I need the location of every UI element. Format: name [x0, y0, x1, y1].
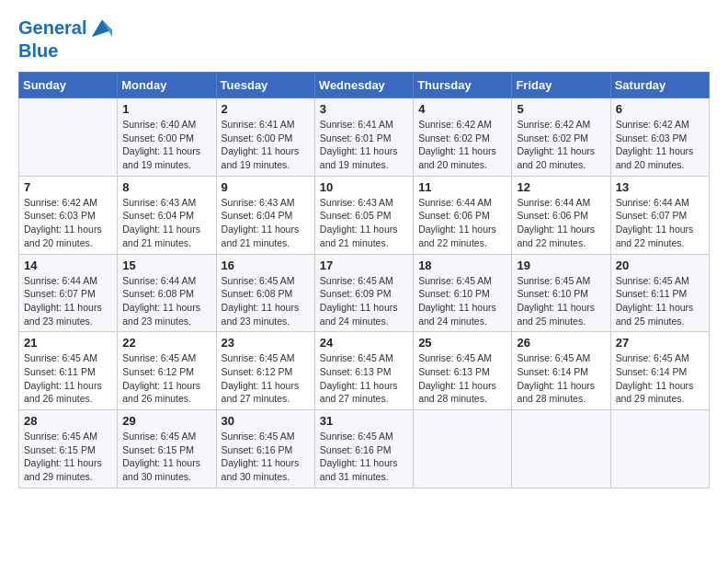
calendar-cell: 15Sunrise: 6:44 AMSunset: 6:08 PMDayligh…	[118, 254, 216, 332]
logo-blue: Blue	[18, 40, 114, 61]
day-number: 1	[122, 102, 210, 116]
calendar-cell: 13Sunrise: 6:44 AMSunset: 6:07 PMDayligh…	[610, 176, 709, 254]
cell-info: Sunrise: 6:45 AMSunset: 6:14 PMDaylight:…	[517, 351, 605, 406]
cell-info: Sunrise: 6:42 AMSunset: 6:02 PMDaylight:…	[517, 118, 605, 172]
calendar-cell: 10Sunrise: 6:43 AMSunset: 6:05 PMDayligh…	[314, 176, 413, 254]
cell-info: Sunrise: 6:42 AMSunset: 6:02 PMDaylight:…	[418, 118, 506, 172]
day-number: 17	[320, 259, 408, 272]
cell-info: Sunrise: 6:44 AMSunset: 6:08 PMDaylight:…	[122, 274, 210, 328]
day-number: 4	[418, 102, 506, 116]
calendar-cell: 22Sunrise: 6:45 AMSunset: 6:12 PMDayligh…	[118, 332, 216, 410]
cell-info: Sunrise: 6:45 AMSunset: 6:10 PMDaylight:…	[517, 274, 605, 328]
calendar-cell: 27Sunrise: 6:45 AMSunset: 6:14 PMDayligh…	[610, 332, 709, 410]
day-number: 20	[616, 259, 704, 272]
calendar-cell: 6Sunrise: 6:42 AMSunset: 6:03 PMDaylight…	[610, 98, 709, 177]
calendar-cell: 26Sunrise: 6:45 AMSunset: 6:14 PMDayligh…	[512, 332, 610, 410]
weekday-header-friday: Friday	[512, 73, 610, 98]
cell-info: Sunrise: 6:44 AMSunset: 6:07 PMDaylight:…	[616, 196, 704, 250]
calendar-cell: 2Sunrise: 6:41 AMSunset: 6:00 PMDaylight…	[216, 98, 314, 177]
weekday-header-wednesday: Wednesday	[314, 73, 413, 98]
day-number: 15	[122, 259, 210, 272]
calendar-cell: 21Sunrise: 6:45 AMSunset: 6:11 PMDayligh…	[19, 332, 118, 410]
calendar-cell: 16Sunrise: 6:45 AMSunset: 6:08 PMDayligh…	[216, 254, 314, 332]
day-number: 6	[616, 102, 704, 116]
calendar-cell: 17Sunrise: 6:45 AMSunset: 6:09 PMDayligh…	[314, 254, 413, 332]
cell-info: Sunrise: 6:41 AMSunset: 6:01 PMDaylight:…	[320, 118, 408, 172]
calendar-cell: 25Sunrise: 6:45 AMSunset: 6:13 PMDayligh…	[414, 332, 512, 410]
logo: General Blue	[18, 15, 114, 61]
calendar-cell: 20Sunrise: 6:45 AMSunset: 6:11 PMDayligh…	[610, 254, 709, 332]
cell-info: Sunrise: 6:45 AMSunset: 6:15 PMDaylight:…	[24, 430, 112, 484]
day-number: 18	[418, 259, 506, 272]
calendar-cell	[414, 410, 512, 488]
page-header: General Blue	[18, 15, 710, 61]
cell-info: Sunrise: 6:45 AMSunset: 6:11 PMDaylight:…	[24, 351, 112, 406]
day-number: 16	[222, 259, 310, 272]
day-number: 26	[517, 336, 605, 350]
cell-info: Sunrise: 6:44 AMSunset: 6:06 PMDaylight:…	[418, 196, 506, 250]
cell-info: Sunrise: 6:45 AMSunset: 6:12 PMDaylight:…	[222, 351, 310, 406]
calendar-cell	[610, 410, 709, 488]
cell-info: Sunrise: 6:44 AMSunset: 6:06 PMDaylight:…	[517, 196, 605, 250]
cell-info: Sunrise: 6:45 AMSunset: 6:09 PMDaylight:…	[320, 274, 408, 328]
cell-info: Sunrise: 6:43 AMSunset: 6:04 PMDaylight:…	[122, 196, 210, 250]
logo-icon	[88, 15, 114, 40]
cell-info: Sunrise: 6:40 AMSunset: 6:00 PMDaylight:…	[122, 118, 210, 172]
day-number: 19	[517, 259, 605, 272]
day-number: 10	[320, 180, 408, 194]
cell-info: Sunrise: 6:45 AMSunset: 6:16 PMDaylight:…	[222, 430, 310, 484]
day-number: 3	[320, 102, 408, 116]
day-number: 27	[616, 336, 704, 350]
day-number: 21	[24, 336, 112, 350]
weekday-header-saturday: Saturday	[610, 73, 709, 98]
cell-info: Sunrise: 6:45 AMSunset: 6:10 PMDaylight:…	[418, 274, 506, 328]
day-number: 13	[616, 180, 704, 194]
calendar-cell: 18Sunrise: 6:45 AMSunset: 6:10 PMDayligh…	[414, 254, 512, 332]
cell-info: Sunrise: 6:41 AMSunset: 6:00 PMDaylight:…	[222, 118, 310, 172]
calendar-cell: 31Sunrise: 6:45 AMSunset: 6:16 PMDayligh…	[314, 410, 413, 488]
calendar-cell: 7Sunrise: 6:42 AMSunset: 6:03 PMDaylight…	[19, 176, 118, 254]
logo-general: General	[18, 17, 86, 38]
day-number: 7	[24, 180, 112, 194]
cell-info: Sunrise: 6:43 AMSunset: 6:05 PMDaylight:…	[320, 196, 408, 250]
calendar-cell: 30Sunrise: 6:45 AMSunset: 6:16 PMDayligh…	[216, 410, 314, 488]
cell-info: Sunrise: 6:45 AMSunset: 6:08 PMDaylight:…	[222, 274, 310, 328]
calendar-cell: 24Sunrise: 6:45 AMSunset: 6:13 PMDayligh…	[314, 332, 413, 410]
cell-info: Sunrise: 6:45 AMSunset: 6:13 PMDaylight:…	[418, 351, 506, 406]
cell-info: Sunrise: 6:45 AMSunset: 6:12 PMDaylight:…	[122, 351, 210, 406]
calendar-cell: 11Sunrise: 6:44 AMSunset: 6:06 PMDayligh…	[414, 176, 512, 254]
weekday-header-monday: Monday	[118, 73, 216, 98]
day-number: 14	[24, 259, 112, 272]
calendar-cell: 23Sunrise: 6:45 AMSunset: 6:12 PMDayligh…	[216, 332, 314, 410]
calendar-cell: 5Sunrise: 6:42 AMSunset: 6:02 PMDaylight…	[512, 98, 610, 177]
day-number: 2	[222, 102, 310, 116]
calendar-cell	[19, 98, 118, 177]
weekday-header-tuesday: Tuesday	[216, 73, 314, 98]
day-number: 22	[122, 336, 210, 350]
cell-info: Sunrise: 6:45 AMSunset: 6:16 PMDaylight:…	[320, 430, 408, 484]
calendar-table: SundayMondayTuesdayWednesdayThursdayFrid…	[18, 72, 710, 488]
cell-info: Sunrise: 6:45 AMSunset: 6:15 PMDaylight:…	[122, 430, 210, 484]
day-number: 25	[418, 336, 506, 350]
calendar-cell: 29Sunrise: 6:45 AMSunset: 6:15 PMDayligh…	[118, 410, 216, 488]
calendar-cell: 4Sunrise: 6:42 AMSunset: 6:02 PMDaylight…	[414, 98, 512, 177]
calendar-cell: 8Sunrise: 6:43 AMSunset: 6:04 PMDaylight…	[118, 176, 216, 254]
cell-info: Sunrise: 6:43 AMSunset: 6:04 PMDaylight:…	[222, 196, 310, 250]
calendar-cell: 3Sunrise: 6:41 AMSunset: 6:01 PMDaylight…	[314, 98, 413, 177]
day-number: 23	[222, 336, 310, 350]
day-number: 30	[222, 414, 310, 428]
cell-info: Sunrise: 6:45 AMSunset: 6:11 PMDaylight:…	[616, 274, 704, 328]
day-number: 24	[320, 336, 408, 350]
weekday-header-thursday: Thursday	[414, 73, 512, 98]
calendar-cell: 19Sunrise: 6:45 AMSunset: 6:10 PMDayligh…	[512, 254, 610, 332]
day-number: 12	[517, 180, 605, 194]
day-number: 8	[122, 180, 210, 194]
day-number: 5	[517, 102, 605, 116]
calendar-cell: 28Sunrise: 6:45 AMSunset: 6:15 PMDayligh…	[19, 410, 118, 488]
cell-info: Sunrise: 6:44 AMSunset: 6:07 PMDaylight:…	[24, 274, 112, 328]
day-number: 29	[122, 414, 210, 428]
day-number: 28	[24, 414, 112, 428]
day-number: 11	[418, 180, 506, 194]
cell-info: Sunrise: 6:45 AMSunset: 6:14 PMDaylight:…	[616, 351, 704, 406]
cell-info: Sunrise: 6:42 AMSunset: 6:03 PMDaylight:…	[24, 196, 112, 250]
